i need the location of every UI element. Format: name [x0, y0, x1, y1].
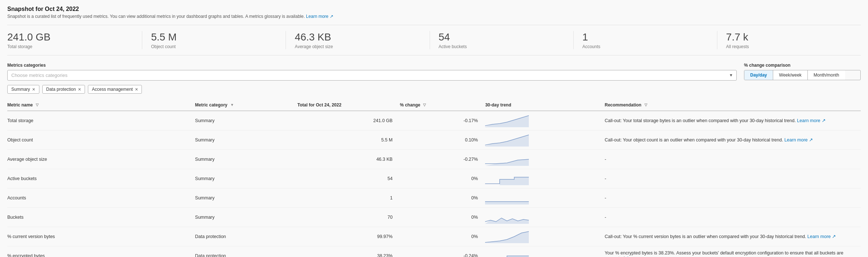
- metric-stat: 5.5 M Object count: [142, 31, 286, 49]
- tag-remove-btn[interactable]: ×: [78, 87, 81, 92]
- cell-pct-change: 0%: [400, 169, 485, 188]
- cell-metric-category: Summary: [195, 130, 298, 149]
- cell-pct-change: -0.27%: [400, 149, 485, 169]
- recommendation-learn-more[interactable]: Learn more ↗: [784, 137, 813, 143]
- cell-trend: [485, 169, 605, 188]
- metrics-categories-label: Metrics categories: [7, 63, 737, 68]
- cell-total: 99.97%: [298, 227, 400, 246]
- cell-total: 54: [298, 169, 400, 188]
- tag-label: Summary: [11, 87, 30, 92]
- table-row: Active buckets Summary 54 0% -: [7, 169, 861, 188]
- cell-metric-name: Buckets: [7, 207, 195, 227]
- cell-metric-name: Active buckets: [7, 169, 195, 188]
- cell-trend: [485, 188, 605, 207]
- cell-pct-change: -0.17%: [400, 111, 485, 131]
- table-header: Metric name ▽ Metric category ▼ Total fo…: [7, 100, 861, 111]
- tag-label: Access management: [92, 87, 133, 92]
- table-row: Buckets Summary 70 0% -: [7, 207, 861, 227]
- metric-stat: 46.3 KB Average object size: [286, 31, 430, 49]
- cell-metric-category: Data protection: [195, 227, 298, 246]
- metric-stat-label: All requests: [726, 44, 852, 49]
- th-metric-name[interactable]: Metric name ▽: [7, 100, 195, 111]
- cell-pct-change: 0%: [400, 207, 485, 227]
- metric-stat-label: Total storage: [7, 44, 133, 49]
- metric-stat-value: 5.5 M: [151, 31, 277, 43]
- metric-stat: 54 Active buckets: [430, 31, 574, 49]
- tag-item: Data protection ×: [42, 85, 85, 94]
- cell-pct-change: 0.10%: [400, 130, 485, 149]
- cell-metric-name: Accounts: [7, 188, 195, 207]
- cell-trend: [485, 130, 605, 149]
- metric-stat-label: Average object size: [295, 44, 421, 49]
- cell-metric-category: Summary: [195, 149, 298, 169]
- learn-more-link[interactable]: Learn more ↗: [306, 14, 333, 19]
- metric-stat: 1 Accounts: [574, 31, 717, 49]
- cell-metric-category: Summary: [195, 207, 298, 227]
- cell-recommendation: -: [605, 207, 861, 227]
- cell-total: 241.0 GB: [298, 111, 400, 131]
- cell-pct-change: 0%: [400, 227, 485, 246]
- th-total: Total for Oct 24, 2022: [298, 100, 400, 111]
- tag-label: Data protection: [46, 87, 76, 92]
- table-row: Object count Summary 5.5 M 0.10% Call-ou…: [7, 130, 861, 149]
- metrics-categories-section: Metrics categories Choose metrics catego…: [7, 63, 737, 81]
- percent-change-label: % change comparison: [744, 63, 861, 68]
- tag-remove-btn[interactable]: ×: [32, 87, 35, 92]
- controls-row: Metrics categories Choose metrics catego…: [7, 63, 861, 81]
- recommendation-dash: -: [605, 215, 606, 220]
- cell-metric-category: Summary: [195, 169, 298, 188]
- page-header: Snapshot for Oct 24, 2022 Snapshot is a …: [7, 6, 861, 19]
- tags-row: Summary × Data protection × Access manag…: [7, 85, 861, 94]
- th-pct-change[interactable]: % change ▽: [400, 100, 485, 111]
- page-wrapper: Snapshot for Oct 24, 2022 Snapshot is a …: [0, 0, 868, 257]
- data-table-wrapper: Metric name ▽ Metric category ▼ Total fo…: [7, 100, 861, 257]
- recommendation-dash: -: [605, 195, 606, 200]
- svg-marker-7: [485, 256, 529, 257]
- metric-stat: 7.7 k All requests: [717, 31, 861, 49]
- percent-change-section: % change comparison Day/dayWeek/weekMont…: [744, 63, 861, 80]
- cell-total: 38.23%: [298, 246, 400, 257]
- tag-remove-btn[interactable]: ×: [135, 87, 138, 92]
- table-row: Accounts Summary 1 0% -: [7, 188, 861, 207]
- table-row: % current version bytes Data protection …: [7, 227, 861, 246]
- cell-recommendation: -: [605, 169, 861, 188]
- svg-marker-2: [485, 159, 529, 166]
- metric-stat-label: Object count: [151, 44, 277, 49]
- recommendation-learn-more[interactable]: Learn more ↗: [797, 118, 825, 123]
- recommendation-text: Your % encrypted bytes is 38.23%. Assess…: [605, 250, 843, 257]
- metric-stat-value: 54: [439, 31, 565, 43]
- th-metric-category[interactable]: Metric category ▼: [195, 100, 298, 111]
- cell-metric-name: % current version bytes: [7, 227, 195, 246]
- metric-stat-label: Active buckets: [439, 44, 565, 49]
- toggle-btn-month[interactable]: Month/month: [808, 70, 845, 80]
- cell-metric-name: Object count: [7, 130, 195, 149]
- cell-trend: [485, 149, 605, 169]
- metric-stat-label: Accounts: [582, 44, 708, 49]
- percent-change-toggle-group: Day/dayWeek/weekMonth/month: [744, 70, 861, 80]
- th-recommendation: Recommendation ▽: [605, 100, 861, 111]
- toggle-btn-week[interactable]: Week/week: [773, 70, 808, 80]
- cell-trend: [485, 111, 605, 131]
- pct-change-sort-icon: ▽: [423, 103, 426, 107]
- metrics-summary: 241.0 GB Total storage 5.5 M Object coun…: [7, 25, 861, 55]
- cell-metric-category: Summary: [195, 111, 298, 131]
- cell-recommendation: -: [605, 188, 861, 207]
- cell-pct-change: 0%: [400, 188, 485, 207]
- tag-item: Summary ×: [7, 85, 39, 94]
- table-row: % encrypted bytes Data protection 38.23%…: [7, 246, 861, 257]
- svg-marker-4: [485, 202, 529, 205]
- cell-metric-name: % encrypted bytes: [7, 246, 195, 257]
- th-trend: 30-day trend: [485, 100, 605, 111]
- recommendation-learn-more[interactable]: Learn more ↗: [807, 234, 836, 239]
- toggle-btn-day[interactable]: Day/day: [744, 70, 773, 80]
- cell-total: 5.5 M: [298, 130, 400, 149]
- metrics-categories-select-wrapper: Choose metrics categories ▼: [7, 70, 737, 81]
- cell-total: 1: [298, 188, 400, 207]
- cell-recommendation: Call-out: Your object count is an outlie…: [605, 130, 861, 149]
- recommendation-dash: -: [605, 157, 606, 162]
- page-subtitle: Snapshot is a curated list of frequently…: [7, 14, 861, 19]
- metrics-categories-select[interactable]: Choose metrics categories: [7, 70, 737, 81]
- cell-metric-name: Total storage: [7, 111, 195, 131]
- metric-stat-value: 7.7 k: [726, 31, 852, 43]
- metric-category-sort-icon: ▼: [230, 103, 234, 107]
